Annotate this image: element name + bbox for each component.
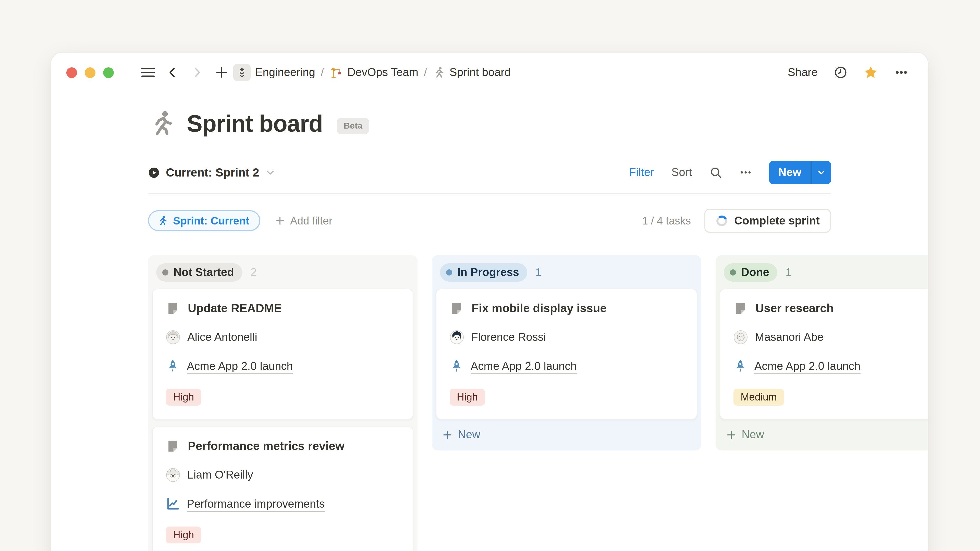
avatar-alice-antonelli (166, 330, 180, 345)
priority-badge: Medium (733, 389, 784, 406)
page-title-row: Sprint board Beta (148, 110, 831, 137)
task-card-fix-mobile-display-issue[interactable]: Fix mobile display issue Florence Rossi (436, 289, 697, 419)
page-icon (733, 302, 747, 315)
sort-button[interactable]: Sort (671, 166, 692, 179)
project-row: Acme App 2.0 launch (733, 359, 928, 373)
column-header: Done 1 (720, 259, 928, 289)
breadcrumb-item-engineering[interactable] (233, 64, 251, 81)
add-filter-button[interactable]: Add filter (275, 214, 332, 227)
project-row: Acme App 2.0 launch (450, 359, 683, 373)
view-actions: Filter Sort New (629, 161, 831, 184)
rocket-icon (733, 359, 747, 373)
assignee-name: Alice Antonelli (187, 330, 257, 344)
card-title: Fix mobile display issue (472, 302, 607, 315)
card-title-row: Performance metrics review (166, 439, 400, 453)
project-row: Acme App 2.0 launch (166, 359, 400, 373)
kanban-board: Not Started 2 Update README (148, 255, 928, 551)
add-card-label: New (741, 428, 764, 441)
forward-button[interactable] (188, 64, 206, 81)
breadcrumb: Engineering / DevOps Team / Sprint board (233, 64, 511, 81)
complete-sprint-button[interactable]: Complete sprint (704, 209, 831, 233)
view-tab-current-sprint[interactable]: Current: Sprint 2 (148, 165, 275, 179)
add-card-button[interactable]: New (436, 419, 697, 446)
assignee-name: Florence Rossi (471, 330, 546, 344)
new-page-button[interactable] (213, 64, 230, 81)
more-options-icon[interactable] (894, 65, 908, 79)
share-button[interactable]: Share (788, 66, 818, 79)
status-label: Done (741, 266, 769, 279)
priority-badge: High (166, 527, 201, 543)
view-label: Current: Sprint 2 (166, 165, 259, 179)
page-content: Sprint board Beta Current: Sprint 2 Filt… (51, 110, 928, 233)
sidebar-menu-button[interactable] (139, 64, 157, 81)
card-list: Fix mobile display issue Florence Rossi (436, 289, 697, 419)
task-card-performance-metrics-review[interactable]: Performance metrics review Liam O'Reilly (152, 427, 414, 551)
window-top-bar: Engineering / DevOps Team / Sprint board… (51, 52, 928, 88)
new-button[interactable]: New (769, 161, 831, 184)
task-card-update-readme[interactable]: Update README Alice Antonelli (152, 289, 414, 419)
page-icon (450, 302, 463, 315)
plus-icon (275, 215, 286, 226)
status-pill-in-progress[interactable]: In Progress (440, 263, 527, 282)
plus-icon (442, 429, 453, 440)
assignee-row: Masanori Abe (733, 330, 928, 345)
card-title-row: Update README (166, 302, 400, 315)
rocket-icon (166, 359, 180, 373)
breadcrumb-item-sprint-board-label[interactable]: Sprint board (449, 66, 511, 79)
avatar-liam-oreilly (166, 468, 180, 482)
runner-icon[interactable] (148, 110, 176, 137)
favorite-star-icon[interactable] (864, 65, 878, 79)
chevron-left-icon (166, 66, 179, 79)
complete-sprint-label: Complete sprint (734, 214, 820, 227)
breadcrumb-separator: / (320, 66, 325, 79)
status-pill-not-started[interactable]: Not Started (156, 263, 242, 282)
add-filter-label: Add filter (290, 214, 332, 227)
page-title: Sprint board (187, 110, 323, 137)
new-button-label[interactable]: New (769, 161, 811, 184)
search-icon[interactable] (710, 166, 722, 179)
column-count: 1 (535, 266, 542, 279)
task-card-user-research[interactable]: User research Masanori Abe (720, 289, 928, 419)
project-link[interactable]: Acme App 2.0 launch (187, 359, 293, 373)
card-title: Update README (188, 302, 282, 315)
add-card-label: New (458, 428, 480, 441)
project-link[interactable]: Acme App 2.0 launch (471, 359, 577, 373)
project-link[interactable]: Acme App 2.0 launch (754, 359, 861, 373)
breadcrumb-item-devops-team-label[interactable]: DevOps Team (347, 66, 418, 79)
card-list: Update README Alice Antonelli (152, 289, 414, 551)
minimize-window-button[interactable] (85, 67, 95, 78)
column-header: Not Started 2 (152, 259, 414, 289)
project-link[interactable]: Performance improvements (187, 497, 325, 510)
play-circle-icon (148, 167, 160, 178)
close-window-button[interactable] (66, 67, 77, 78)
zoom-window-button[interactable] (103, 67, 114, 78)
plus-icon (726, 429, 737, 440)
app-window: Engineering / DevOps Team / Sprint board… (51, 52, 928, 551)
beta-badge: Beta (337, 118, 369, 134)
sprint-progress-group: 1 / 4 tasks Complete sprint (642, 209, 831, 233)
rocket-icon (450, 359, 463, 373)
breadcrumb-item-engineering-label[interactable]: Engineering (255, 66, 315, 79)
sprint-filter-label: Sprint: Current (173, 214, 249, 227)
nav-controls (139, 64, 230, 81)
status-pill-done[interactable]: Done (724, 263, 777, 282)
priority-badge: High (166, 389, 201, 406)
history-clock-icon[interactable] (834, 66, 847, 79)
assignee-row: Alice Antonelli (166, 330, 400, 345)
chevron-right-icon (191, 66, 203, 79)
page-icon (166, 302, 180, 315)
more-options-icon[interactable] (740, 166, 752, 179)
card-title: User research (756, 302, 834, 315)
new-button-dropdown[interactable] (811, 161, 831, 184)
filter-bar: Sprint: Current Add filter 1 / 4 tasks C… (148, 209, 831, 233)
assignee-row: Florence Rossi (450, 330, 683, 345)
chart-increasing-icon (166, 497, 180, 511)
back-button[interactable] (164, 64, 181, 81)
filter-button[interactable]: Filter (629, 166, 654, 179)
priority-badge: High (450, 389, 485, 406)
runner-icon (433, 66, 445, 79)
sprint-filter-chip[interactable]: Sprint: Current (148, 210, 261, 231)
add-card-button[interactable]: New (720, 419, 928, 446)
view-toolbar: Current: Sprint 2 Filter Sort New (148, 161, 831, 184)
project-row: Performance improvements (166, 497, 400, 511)
